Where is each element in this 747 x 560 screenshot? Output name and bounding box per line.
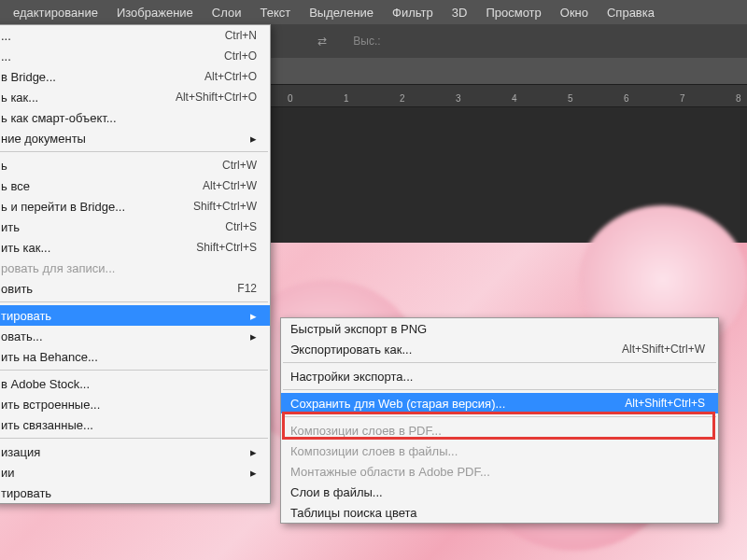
menu-item-label: ь [1,159,7,173]
menu-item-label: Настройки экспорта... [290,370,413,384]
menubar-item[interactable]: Фильтр [383,2,443,23]
height-label: Выс.: [353,35,380,48]
menu-item-label: ... [1,49,11,63]
file-menu-item[interactable]: ить связанные... [0,414,270,435]
menu-item-label: Композиции слоев в PDF... [290,424,442,438]
menu-item-label: ь как смарт-объект... [1,111,117,125]
file-menu-item[interactable]: овитьF12 [0,278,270,299]
menubar-item[interactable]: Изображение [107,2,203,23]
menu-item-shortcut: Alt+Shift+Ctrl+O [176,91,257,104]
swap-icon[interactable]: ⇄ [314,33,331,49]
file-menu-item[interactable]: изация▸ [0,441,270,462]
export-menu-item: Композиции слоев в PDF... [281,420,718,441]
menu-item-label: ить встроенные... [1,398,100,412]
file-menu-item[interactable]: ить встроенные... [0,394,270,414]
export-menu-separator [283,362,716,363]
menu-item-shortcut: Alt+Ctrl+O [204,70,257,83]
menu-item-label: изация [1,445,40,459]
menu-item-label: ь все [1,179,30,193]
file-menu-item[interactable]: ить на Behance... [0,346,270,367]
menu-item-label: ... [1,29,11,43]
file-menu-item[interactable]: ь как смарт-объект... [0,107,270,128]
menu-item-label: Экспортировать как... [290,343,412,357]
export-menu-item[interactable]: Экспортировать как...Alt+Shift+Ctrl+W [281,339,718,359]
menu-item-shortcut: Shift+Ctrl+S [196,241,257,254]
menu-item-label: тировать [1,486,51,500]
export-menu-item[interactable]: Таблицы поиска цвета [281,502,718,523]
menubar-item[interactable]: Справка [598,2,664,23]
menu-item-label: Быстрый экспорт в PNG [290,322,427,336]
file-menu-separator [0,151,268,152]
menu-item-label: ить на Behance... [1,350,98,364]
menu-item-shortcut: Alt+Shift+Ctrl+S [625,397,705,410]
menu-item-label: Монтажные области в Adobe PDF... [290,465,490,479]
file-menu-item[interactable]: в Adobe Stock... [0,373,270,394]
file-menu-item[interactable]: ние документы▸ [0,128,270,148]
menu-item-shortcut: Ctrl+S [225,220,257,233]
menu-item-label: ить [1,220,20,234]
menubar-item[interactable]: едактирование [4,2,107,23]
menu-item-label: ровать для записи... [1,261,115,275]
submenu-arrow-icon: ▸ [243,309,257,323]
export-menu-item[interactable]: Сохранить для Web (старая версия)...Alt+… [281,393,718,413]
file-menu: ...Ctrl+N...Ctrl+Oв Bridge...Alt+Ctrl+Oь… [0,24,271,504]
file-menu-item[interactable]: ...Ctrl+O [0,46,270,66]
file-menu-item[interactable]: ь как...Alt+Shift+Ctrl+O [0,87,270,107]
export-menu-separator [283,389,716,390]
export-menu-item[interactable]: Настройки экспорта... [281,366,718,386]
menu-item-label: Сохранить для Web (старая версия)... [290,397,505,411]
menu-item-label: ить связанные... [1,418,93,432]
file-menu-separator [0,370,268,371]
menu-item-shortcut: Alt+Shift+Ctrl+W [622,343,705,356]
menu-item-label: тировать [1,309,51,323]
file-menu-item[interactable]: в Bridge...Alt+Ctrl+O [0,66,270,87]
file-menu-item[interactable]: тировать▸ [0,305,270,326]
export-menu-separator [283,416,716,417]
menubar-item[interactable]: 3D [443,2,477,23]
menu-item-label: ь и перейти в Bridge... [1,200,125,214]
menubar-item[interactable]: Выделение [300,2,383,23]
menu-item-shortcut: Shift+Ctrl+W [193,200,257,213]
file-menu-item[interactable]: ь всеAlt+Ctrl+W [0,175,270,196]
export-menu-item: Композиции слоев в файлы... [281,441,718,461]
export-menu-item: Монтажные области в Adobe PDF... [281,461,718,482]
menu-item-label: овать... [1,329,43,343]
menu-item-label: в Adobe Stock... [1,377,90,391]
menu-item-label: ить как... [1,241,50,255]
file-menu-item: ровать для записи... [0,258,270,278]
menu-item-label: в Bridge... [1,70,56,84]
menu-item-shortcut: Ctrl+N [225,29,257,42]
submenu-arrow-icon: ▸ [243,329,257,343]
menu-item-label: ии [1,466,15,480]
menu-item-label: Слои в файлы... [290,485,383,499]
menu-item-label: ь как... [1,91,38,105]
menu-item-label: ние документы [1,132,86,146]
file-menu-item[interactable]: овать...▸ [0,326,270,346]
menubar: едактирование Изображение Слои Текст Выд… [0,0,747,24]
menubar-item[interactable]: Текст [250,2,300,23]
menu-item-shortcut: Alt+Ctrl+W [203,179,257,192]
menubar-item[interactable]: Окно [551,2,598,23]
submenu-arrow-icon: ▸ [243,466,257,480]
menubar-item[interactable]: Слои [203,2,251,23]
menu-item-label: Таблицы поиска цвета [290,506,417,520]
menubar-item[interactable]: Просмотр [476,2,550,23]
file-menu-item[interactable]: ить как...Shift+Ctrl+S [0,237,270,258]
submenu-arrow-icon: ▸ [243,445,257,459]
file-menu-item[interactable]: ьCtrl+W [0,155,270,175]
menu-item-shortcut: Ctrl+O [224,49,257,63]
export-submenu: Быстрый экспорт в PNGЭкспортировать как.… [280,317,719,524]
menu-item-shortcut: Ctrl+W [222,159,257,172]
file-menu-item[interactable]: тировать [0,483,270,503]
file-menu-item[interactable]: ии▸ [0,462,270,483]
menu-item-label: Композиции слоев в файлы... [290,444,458,458]
file-menu-item[interactable]: итьCtrl+S [0,217,270,237]
menu-item-label: овить [1,282,33,296]
file-menu-item[interactable]: ...Ctrl+N [0,25,270,46]
file-menu-separator [0,438,268,439]
export-menu-item[interactable]: Слои в файлы... [281,482,718,502]
export-menu-item[interactable]: Быстрый экспорт в PNG [281,318,718,339]
submenu-arrow-icon: ▸ [243,132,257,146]
file-menu-item[interactable]: ь и перейти в Bridge...Shift+Ctrl+W [0,196,270,217]
file-menu-separator [0,301,268,302]
